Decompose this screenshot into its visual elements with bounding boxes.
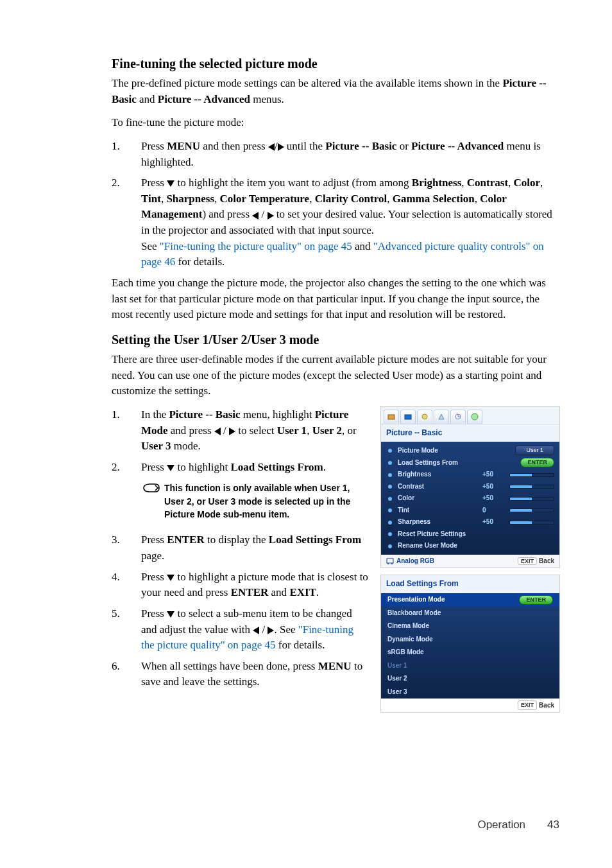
step-number: 1. (112, 407, 141, 455)
svg-point-10 (388, 508, 392, 512)
arrow-right-icon (268, 212, 274, 220)
step-number: 5. (112, 606, 141, 654)
text: for details. (175, 256, 225, 268)
osd-row: Rename User Mode (381, 540, 559, 552)
intro-para: The pre-defined picture mode settings ca… (112, 76, 559, 107)
osd-body: Presentation ModeENTERBlackboard ModeCin… (381, 593, 559, 699)
text: . See (274, 623, 298, 636)
text: Press (141, 571, 167, 583)
key-menu: MENU (318, 660, 352, 672)
menu-name: Picture -- Advanced (411, 140, 504, 152)
row-value: +50 (482, 470, 506, 480)
item: Tint (141, 193, 161, 205)
item: Contrast (467, 177, 508, 189)
osd-tabbar (381, 407, 559, 424)
row-value: +50 (482, 517, 506, 527)
svg-point-13 (388, 544, 392, 548)
key-enter: ENTER (231, 586, 269, 598)
slider (509, 485, 554, 489)
text: and then press (200, 140, 268, 152)
svg-point-9 (388, 497, 392, 501)
row-label: Brightness (398, 470, 479, 480)
text: menus. (250, 93, 284, 105)
text: See (141, 240, 160, 252)
step-5: 5. Press to select a sub-menu item to be… (112, 606, 370, 654)
page-footer: Operation 43 (0, 817, 612, 833)
step-2: 2. Press to highlight Load Settings From… (112, 460, 370, 528)
row-label: Tint (398, 506, 479, 516)
enter-pill: ENTER (519, 595, 553, 605)
item-label: Presentation Mode (387, 595, 445, 605)
step-2: 2. Press to highlight the item you want … (112, 175, 559, 270)
row-icon (386, 519, 394, 526)
osd-source: Analog RGB (396, 557, 434, 566)
closing-para: Each time you change the picture mode, t… (112, 275, 559, 323)
step-number: 4. (112, 569, 141, 601)
step-number: 1. (112, 139, 141, 170)
text: page. (141, 550, 164, 562)
text: Press (141, 607, 167, 620)
menu-name: Picture -- Basic (169, 408, 240, 421)
text: The pre-defined picture mode settings ca… (112, 77, 502, 89)
step-number: 2. (112, 460, 141, 528)
osd-row: Reset Picture Settings (381, 528, 559, 541)
text: to highlight (174, 461, 230, 473)
svg-point-12 (388, 532, 392, 536)
tab-icon (417, 410, 432, 424)
text: and (137, 93, 158, 105)
key-exit: EXIT (289, 586, 316, 598)
arrow-left-icon (253, 627, 259, 634)
text: or (396, 140, 411, 152)
xref-link[interactable]: "Fine-tuning the picture quality" on pag… (160, 240, 352, 252)
item: Brightness (412, 177, 461, 189)
steps-list-1: 1. Press MENU and then press / until the… (112, 139, 559, 270)
arrow-down-icon (167, 611, 174, 618)
step-number: 2. (112, 175, 141, 270)
text: until the (284, 140, 326, 152)
arrow-right-icon (278, 143, 284, 151)
text: . (316, 586, 319, 598)
row-label: Color (398, 494, 479, 503)
heading-fine-tuning: Fine-tuning the selected picture mode (112, 55, 559, 73)
section-label: Operation (477, 817, 525, 833)
row-label: Rename User Mode (398, 541, 554, 551)
row-value: +50 (482, 494, 506, 503)
tab-icon (400, 410, 416, 424)
step-6: 6. When all settings have been done, pre… (112, 659, 370, 690)
svg-point-2 (422, 414, 427, 419)
svg-point-8 (388, 485, 392, 489)
osd-row: Tint0 (381, 505, 559, 517)
slider (509, 521, 554, 525)
text: for details. (275, 639, 325, 651)
text: When all settings have been done, press (141, 660, 318, 672)
svg-point-16 (391, 563, 393, 564)
text: menu, highlight (241, 408, 315, 421)
text: . (323, 461, 326, 473)
key-menu: MENU (167, 140, 200, 152)
svg-point-5 (388, 449, 392, 453)
osd-body: Picture ModeUser 1Load Settings FromENTE… (381, 442, 559, 555)
back-label: Back (539, 557, 554, 564)
text: to select (235, 424, 277, 437)
step-number: 6. (112, 659, 141, 690)
arrow-right-icon (229, 428, 235, 435)
step-1: 1. In the Picture -- Basic menu, highlig… (112, 407, 370, 455)
arrow-left-icon (268, 143, 275, 151)
text: and press (168, 424, 214, 437)
text: , or (342, 424, 357, 437)
osd-title: Picture -- Basic (381, 424, 559, 442)
svg-point-7 (388, 473, 392, 477)
note-text: This function is only available when Use… (164, 482, 370, 521)
row-value: +50 (482, 482, 506, 492)
source-icon (386, 558, 394, 564)
list-item: Dynamic Mode (381, 633, 559, 647)
text: Press (141, 177, 167, 189)
row-icon (386, 542, 394, 550)
row-icon (386, 495, 394, 503)
row-icon (386, 447, 394, 455)
svg-rect-0 (388, 415, 395, 419)
back-label: Back (539, 701, 554, 711)
value-badge: User 1 (515, 446, 554, 455)
text: ) and press (202, 208, 252, 220)
row-value: 0 (482, 506, 506, 516)
